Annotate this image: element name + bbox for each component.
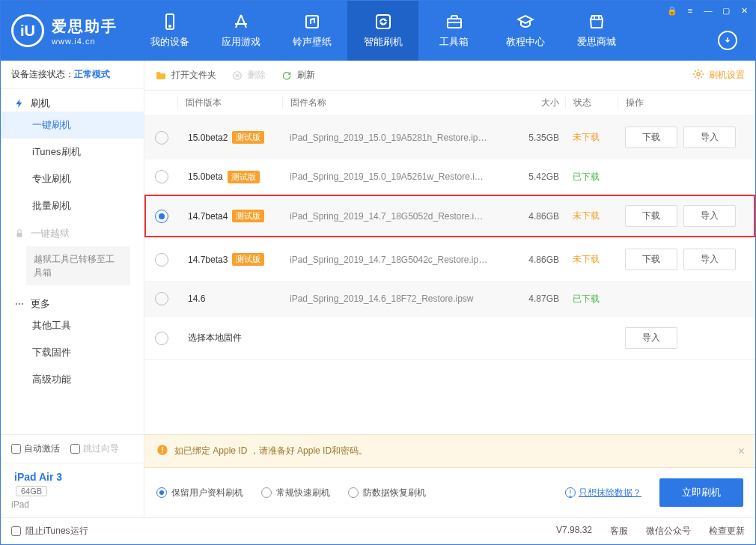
- table-row[interactable]: 15.0beta2测试版iPad_Spring_2019_15.0_19A528…: [144, 116, 755, 159]
- table-row[interactable]: 15.0beta测试版iPad_Spring_2019_15.0_19A5261…: [144, 159, 755, 195]
- firmware-size: 5.42GB: [513, 171, 565, 182]
- device-info[interactable]: iPad Air 3 64GB iPad: [1, 463, 144, 517]
- sidebar-section-flash[interactable]: 刷机: [1, 89, 144, 112]
- lock-icon: [14, 228, 25, 239]
- svg-point-1: [169, 25, 171, 27]
- download-button[interactable]: 下载: [625, 205, 677, 227]
- lock-icon[interactable]: 🔒: [667, 5, 677, 16]
- auto-activate-checkbox[interactable]: 自动激活: [11, 442, 60, 455]
- sidebar-item-pro[interactable]: 专业刷机: [1, 165, 144, 192]
- delete-button[interactable]: 删除: [231, 69, 266, 82]
- nav-flash[interactable]: 智能刷机: [347, 1, 418, 61]
- info-icon: !: [565, 487, 576, 498]
- customer-service-link[interactable]: 客服: [610, 525, 628, 538]
- table-row[interactable]: 14.7beta3测试版iPad_Spring_2019_14.7_18G504…: [144, 238, 755, 281]
- firmware-size: 5.35GB: [513, 133, 565, 143]
- flash-options: 保留用户资料刷机 常规快速刷机 防数据恢复刷机 ! 只想抹除数据？ 立即刷机: [144, 468, 755, 517]
- beta-badge: 测试版: [232, 131, 264, 144]
- wechat-link[interactable]: 微信公众号: [646, 525, 691, 538]
- download-button[interactable]: 下载: [625, 249, 677, 270]
- sidebar-item-other[interactable]: 其他工具: [1, 312, 144, 339]
- check-update-link[interactable]: 检查更新: [709, 525, 745, 538]
- skip-guide-checkbox[interactable]: 跳过向导: [70, 442, 119, 455]
- sidebar-item-batch[interactable]: 批量刷机: [1, 192, 144, 219]
- opt-normal[interactable]: 常规快速刷机: [261, 487, 330, 499]
- firmware-version: 15.0beta: [188, 171, 223, 182]
- version-label: V7.98.32: [556, 525, 592, 538]
- nav-apps[interactable]: 应用游戏: [205, 1, 276, 61]
- firmware-status: 已下载: [565, 171, 618, 183]
- firmware-name: iPad_Spring_2019_14.7_18G5042c_Restore.i…: [282, 255, 513, 265]
- row-radio[interactable]: [155, 332, 168, 345]
- brand: iU 爱思助手 www.i4.cn: [1, 1, 128, 61]
- download-button[interactable]: 下载: [625, 127, 677, 148]
- nav-device[interactable]: 我的设备: [134, 1, 205, 61]
- row-radio[interactable]: [155, 292, 168, 305]
- nav-mall[interactable]: 爱思商城: [561, 1, 632, 61]
- svg-rect-12: [162, 447, 162, 451]
- import-button[interactable]: 导入: [683, 127, 736, 148]
- jailbreak-note: 越狱工具已转移至工具箱: [26, 246, 130, 285]
- graduation-icon: [516, 13, 534, 31]
- sidebar-item-oneclick[interactable]: 一键刷机: [1, 112, 144, 138]
- nav-toolbox[interactable]: 工具箱: [418, 1, 490, 61]
- import-button[interactable]: 导入: [683, 205, 736, 227]
- menu-icon[interactable]: ≡: [685, 5, 695, 16]
- warning-icon: [156, 444, 168, 458]
- table-row[interactable]: 14.6iPad_Spring_2019_14.6_18F72_Restore.…: [144, 281, 755, 317]
- firmware-name: iPad_Spring_2019_15.0_19A5281h_Restore.i…: [282, 133, 513, 143]
- flash-settings-button[interactable]: 刷机设置: [692, 68, 745, 82]
- table-row-local[interactable]: 选择本地固件导入: [144, 317, 755, 360]
- sidebar-item-dlfw[interactable]: 下载固件: [1, 339, 144, 366]
- firmware-size: 4.87GB: [513, 293, 565, 304]
- toolbar: 打开文件夹 删除 刷新 刷机设置: [144, 61, 755, 91]
- titlebar: iU 爱思助手 www.i4.cn 我的设备 应用游戏 铃声壁纸 智能刷机 工具…: [1, 1, 755, 61]
- firmware-status: 未下载: [565, 131, 618, 144]
- svg-point-7: [19, 303, 20, 305]
- firmware-name: iPad_Spring_2019_15.0_19A5261w_Restore.i…: [282, 171, 513, 182]
- nav-ringtone[interactable]: 铃声壁纸: [276, 1, 347, 61]
- row-radio[interactable]: [155, 131, 168, 144]
- table-row[interactable]: 14.7beta4测试版iPad_Spring_2019_14.7_18G505…: [144, 195, 755, 238]
- opt-keep-data[interactable]: 保留用户资料刷机: [156, 487, 243, 499]
- block-itunes-checkbox[interactable]: 阻止iTunes运行: [11, 525, 88, 538]
- row-radio[interactable]: [155, 253, 168, 267]
- row-radio[interactable]: [155, 210, 168, 223]
- open-folder-button[interactable]: 打开文件夹: [155, 69, 216, 82]
- row-radio[interactable]: [155, 170, 168, 183]
- firmware-status: 已下载: [565, 293, 618, 305]
- delete-icon: [231, 70, 243, 82]
- appstore-icon: [232, 13, 250, 31]
- firmware-size: 4.86GB: [513, 255, 565, 265]
- main-panel: 打开文件夹 删除 刷新 刷机设置 固件版本 固件名称 大小 状态 操作 15.0…: [144, 61, 755, 517]
- beta-badge: 测试版: [232, 253, 264, 266]
- flash-now-button[interactable]: 立即刷机: [659, 478, 743, 507]
- download-ring-icon[interactable]: [718, 31, 737, 50]
- nav-tutorial[interactable]: 教程中心: [490, 1, 561, 61]
- refresh-button[interactable]: 刷新: [281, 69, 315, 82]
- sidebar-item-adv[interactable]: 高级功能: [1, 366, 144, 393]
- firmware-rows: 15.0beta2测试版iPad_Spring_2019_15.0_19A528…: [144, 116, 755, 360]
- import-button[interactable]: 导入: [625, 327, 677, 349]
- beta-badge: 测试版: [232, 210, 264, 222]
- tip-close-icon[interactable]: ×: [738, 445, 745, 458]
- svg-point-8: [22, 303, 23, 305]
- sidebar-item-itunes[interactable]: iTunes刷机: [1, 138, 144, 165]
- import-button[interactable]: 导入: [683, 249, 736, 270]
- firmware-version: 14.7beta3: [188, 255, 228, 265]
- minimize-icon[interactable]: —: [703, 5, 713, 16]
- opt-recover[interactable]: 防数据恢复刷机: [348, 487, 426, 499]
- col-version: 固件版本: [177, 97, 282, 109]
- close-icon[interactable]: ✕: [739, 5, 749, 16]
- sidebar-section-more[interactable]: 更多: [1, 290, 144, 312]
- brand-logo: iU: [11, 14, 44, 47]
- svg-rect-3: [377, 15, 390, 28]
- col-name: 固件名称: [282, 97, 513, 109]
- maximize-icon[interactable]: ▢: [721, 5, 731, 16]
- more-icon: [14, 299, 25, 309]
- refresh-icon: [374, 13, 392, 31]
- refresh-icon: [281, 70, 293, 82]
- flash-icon: [14, 98, 25, 109]
- firmware-status: 未下载: [565, 210, 618, 222]
- erase-only-link[interactable]: ! 只想抹除数据？: [565, 487, 641, 499]
